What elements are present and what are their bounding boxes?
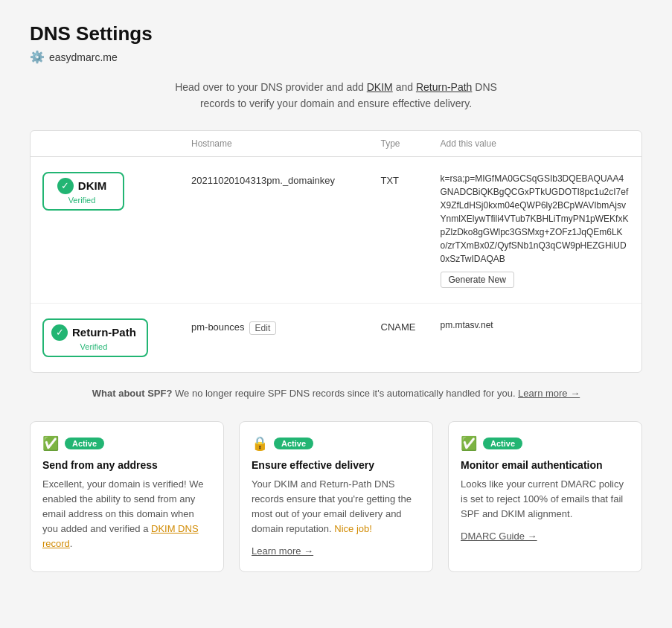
subtitle-text: Head over to your DNS provider and add (175, 81, 364, 93)
dkim-badge: ✓ DKIM Verified (42, 172, 191, 211)
returnpath-value: pm.mtasv.net (441, 318, 630, 332)
card1-icon: ✅ (42, 435, 59, 452)
table-row: ✓ Return-Path Verified pm-bounces Edit C… (31, 304, 641, 372)
card2-title: Ensure effective delivery (252, 459, 420, 471)
card3-header: ✅ Active (461, 435, 630, 452)
card3-status: Active (483, 438, 522, 449)
dkim-hostname: 20211020104313pm._domainkey (191, 172, 381, 186)
returnpath-type: CNAME (381, 318, 441, 333)
card3-body: Looks like your current DMARC policy is … (461, 477, 630, 522)
returnpath-badge: ✓ Return-Path Verified (42, 318, 191, 357)
dns-table: Hostname Type Add this value ✓ DKIM Veri… (30, 130, 642, 373)
card1-body: Excellent, your domain is verified! We e… (42, 477, 211, 552)
spf-label: What about SPF? (92, 388, 173, 399)
check-icon: ✓ (57, 178, 74, 194)
send-from-any-card: ✅ Active Send from any address Excellent… (30, 421, 224, 573)
card3-icon: ✅ (461, 435, 477, 452)
dkim-label: DKIM (78, 179, 106, 192)
cards-container: ✅ Active Send from any address Excellent… (30, 421, 642, 573)
table-row: ✓ DKIM Verified 20211020104313pm._domain… (31, 157, 641, 304)
card1-dkim-link[interactable]: DKIM DNS record (42, 523, 199, 549)
col3-header: Type (381, 138, 441, 149)
col2-header: Hostname (191, 138, 381, 149)
page-title: DNS Settings (30, 22, 642, 45)
returnpath-hostname: pm-bounces Edit (191, 318, 381, 335)
subtitle: Head over to your DNS provider and add D… (30, 79, 642, 112)
monitor-auth-card: ✅ Active Monitor email authentication Lo… (448, 421, 642, 573)
card1-status: Active (65, 438, 104, 449)
col1-header (42, 138, 191, 149)
card3-link[interactable]: DMARC Guide → (461, 531, 537, 542)
card2-icon: 🔒 (252, 435, 268, 452)
check-icon: ✓ (51, 324, 68, 341)
dkim-type: TXT (381, 172, 441, 186)
card1-title: Send from any address (42, 459, 211, 471)
card1-header: ✅ Active (42, 435, 211, 452)
card2-link[interactable]: Learn more → (252, 545, 313, 557)
returnpath-label: Return-Path (72, 326, 136, 339)
returnpath-link[interactable]: Return-Path (416, 81, 472, 93)
domain-name: easydmarc.me (49, 51, 118, 63)
learn-more-link[interactable]: Learn more → (518, 388, 580, 399)
generate-new-button[interactable]: Generate New (441, 272, 514, 288)
dkim-value: k=rsa;p=MIGfMA0GCSqGSIb3DQEBAQUAA4GNADCB… (441, 172, 630, 288)
card2-highlight: Nice job! (334, 523, 372, 534)
gear-icon: ⚙️ (30, 50, 45, 64)
spf-note: What about SPF? We no longer require SPF… (30, 388, 642, 399)
dkim-verified: Verified (51, 196, 112, 205)
col4-header: Add this value (441, 138, 630, 149)
effective-delivery-card: 🔒 Active Ensure effective delivery Your … (239, 421, 433, 573)
card3-title: Monitor email authentication (461, 459, 630, 471)
spf-text: We no longer require SPF DNS records sin… (175, 388, 518, 399)
table-header: Hostname Type Add this value (31, 131, 641, 157)
domain-row: ⚙️ easydmarc.me (30, 50, 642, 64)
edit-hostname-button[interactable]: Edit (249, 321, 277, 335)
card2-body: Your DKIM and Return-Path DNS records en… (252, 477, 420, 537)
dkim-link[interactable]: DKIM (367, 81, 393, 93)
returnpath-verified: Verified (51, 342, 136, 351)
card2-status: Active (274, 438, 313, 449)
card2-header: 🔒 Active (252, 435, 420, 452)
